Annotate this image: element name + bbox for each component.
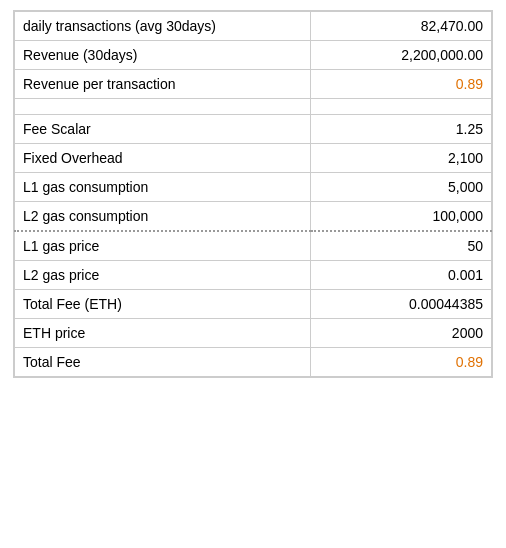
row-value-empty-row [310,99,491,115]
table-row-fixed-overhead: Fixed Overhead2,100 [15,144,492,173]
table-row-l2-gas-consumption: L2 gas consumption100,000 [15,202,492,232]
row-label-total-fee-eth: Total Fee (ETH) [15,290,311,319]
row-value-l2-gas-consumption: 100,000 [310,202,491,232]
row-value-l1-gas-price: 50 [310,231,491,261]
table-row-fee-scalar: Fee Scalar1.25 [15,115,492,144]
row-value-daily-transactions: 82,470.00 [310,12,491,41]
row-value-revenue-per-transaction: 0.89 [310,70,491,99]
row-label-fixed-overhead: Fixed Overhead [15,144,311,173]
row-label-l2-gas-price: L2 gas price [15,261,311,290]
table-row-l2-gas-price: L2 gas price0.001 [15,261,492,290]
row-label-revenue-per-transaction: Revenue per transaction [15,70,311,99]
row-label-revenue-30days: Revenue (30days) [15,41,311,70]
row-value-eth-price: 2000 [310,319,491,348]
table-row-l1-gas-price: L1 gas price50 [15,231,492,261]
row-value-fee-scalar: 1.25 [310,115,491,144]
row-value-total-fee-eth: 0.00044385 [310,290,491,319]
table-row-total-fee: Total Fee0.89 [15,348,492,377]
row-label-l1-gas-consumption: L1 gas consumption [15,173,311,202]
row-label-l1-gas-price: L1 gas price [15,231,311,261]
row-value-l1-gas-consumption: 5,000 [310,173,491,202]
main-table: daily transactions (avg 30days)82,470.00… [13,10,493,378]
row-label-fee-scalar: Fee Scalar [15,115,311,144]
table-row-revenue-per-transaction: Revenue per transaction0.89 [15,70,492,99]
row-label-empty-row [15,99,311,115]
table-row-total-fee-eth: Total Fee (ETH)0.00044385 [15,290,492,319]
row-value-revenue-30days: 2,200,000.00 [310,41,491,70]
table-row-empty-row [15,99,492,115]
row-label-eth-price: ETH price [15,319,311,348]
table-row-revenue-30days: Revenue (30days)2,200,000.00 [15,41,492,70]
row-label-total-fee: Total Fee [15,348,311,377]
row-value-l2-gas-price: 0.001 [310,261,491,290]
table-row-daily-transactions: daily transactions (avg 30days)82,470.00 [15,12,492,41]
row-value-total-fee: 0.89 [310,348,491,377]
row-label-l2-gas-consumption: L2 gas consumption [15,202,311,232]
table-row-eth-price: ETH price2000 [15,319,492,348]
row-label-daily-transactions: daily transactions (avg 30days) [15,12,311,41]
table-row-l1-gas-consumption: L1 gas consumption5,000 [15,173,492,202]
row-value-fixed-overhead: 2,100 [310,144,491,173]
